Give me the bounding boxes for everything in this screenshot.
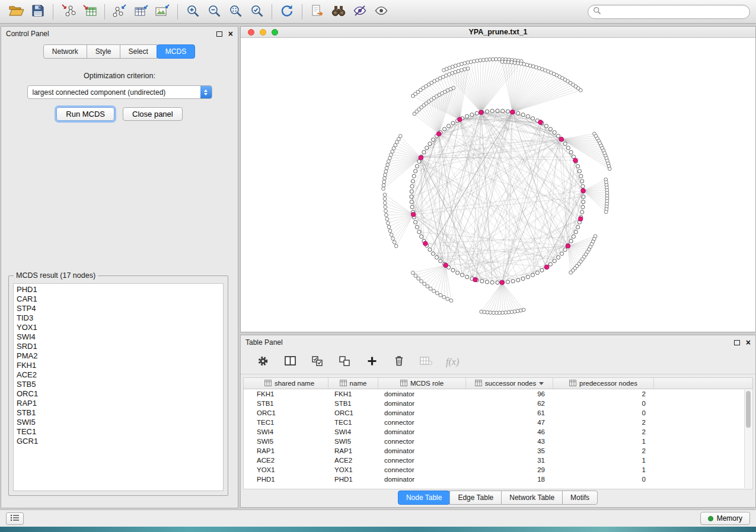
cell-name[interactable]: YOX1: [328, 466, 378, 473]
control-panel-float-button[interactable]: [216, 31, 222, 37]
mcds-result-item[interactable]: FKH1: [17, 361, 223, 370]
cell-shared-name[interactable]: RAP1: [251, 447, 328, 454]
column-header-shared-name[interactable]: shared name: [251, 378, 328, 389]
table-settings-button[interactable]: [255, 354, 270, 370]
table-row[interactable]: YOX1YOX1connector291: [251, 465, 752, 475]
mcds-result-item[interactable]: RAP1: [17, 399, 223, 408]
show-column-button[interactable]: [282, 354, 298, 370]
mcds-result-item[interactable]: SWI5: [17, 418, 223, 427]
cell-name[interactable]: TEC1: [328, 419, 378, 426]
cell-shared-name[interactable]: ORC1: [251, 409, 328, 416]
zoom-fit-button[interactable]: [225, 2, 246, 21]
export-table-button[interactable]: [130, 2, 152, 21]
cell-predecessors[interactable]: 0: [553, 400, 654, 407]
tab-motifs[interactable]: Motifs: [562, 491, 598, 505]
cell-role[interactable]: connector: [378, 466, 466, 473]
cell-predecessors[interactable]: 0: [553, 409, 654, 416]
cell-predecessors[interactable]: 2: [553, 428, 654, 435]
cell-shared-name[interactable]: SWI5: [251, 438, 328, 445]
cell-successors[interactable]: 35: [466, 447, 553, 454]
panel-menu-button[interactable]: [6, 512, 24, 525]
cell-name[interactable]: PHD1: [328, 476, 378, 483]
network-canvas[interactable]: [241, 38, 755, 332]
column-header-name[interactable]: name: [328, 378, 378, 389]
tab-network[interactable]: Network: [43, 44, 87, 59]
function-builder-button[interactable]: f(x): [446, 357, 459, 367]
table-row[interactable]: SWI5SWI5connector431: [251, 437, 752, 446]
delete-column-button[interactable]: [391, 354, 407, 370]
cell-role[interactable]: connector: [378, 438, 466, 445]
share-document-button[interactable]: [307, 2, 328, 21]
tab-node-table[interactable]: Node Table: [398, 491, 451, 505]
mcds-result-item[interactable]: YOX1: [17, 323, 223, 332]
cell-name[interactable]: ACE2: [328, 457, 378, 464]
cell-name[interactable]: ORC1: [328, 409, 378, 416]
cell-shared-name[interactable]: SWI4: [251, 428, 328, 435]
cell-name[interactable]: SWI4: [328, 428, 378, 435]
select-all-button[interactable]: [310, 354, 325, 370]
cell-role[interactable]: dominator: [378, 390, 466, 398]
cell-shared-name[interactable]: FKH1: [251, 390, 328, 398]
mcds-result-item[interactable]: SWI4: [17, 332, 223, 342]
add-column-button[interactable]: [364, 354, 379, 370]
column-header-predecessor-nodes[interactable]: predecessor nodes: [553, 378, 654, 389]
cell-name[interactable]: SWI5: [328, 438, 378, 445]
column-header-mcds-role[interactable]: MCDS role: [378, 378, 466, 389]
table-row[interactable]: SWI4SWI4dominator462: [251, 427, 752, 437]
cell-predecessors[interactable]: 1: [553, 438, 654, 445]
mcds-result-item[interactable]: PMA2: [17, 351, 223, 361]
deselect-all-button[interactable]: [337, 354, 352, 370]
cell-shared-name[interactable]: ACE2: [251, 457, 328, 464]
show-details-button[interactable]: [371, 2, 392, 21]
mcds-result-item[interactable]: STB5: [17, 380, 223, 389]
table-scrollbar[interactable]: [744, 390, 752, 488]
cell-successors[interactable]: 31: [466, 457, 553, 464]
mcds-result-item[interactable]: ACE2: [17, 370, 223, 380]
memory-button[interactable]: Memory: [700, 512, 750, 525]
cell-shared-name[interactable]: STB1: [251, 400, 328, 407]
tab-style[interactable]: Style: [87, 44, 120, 59]
cell-role[interactable]: dominator: [378, 428, 466, 435]
mcds-result-item[interactable]: ORC1: [17, 389, 223, 399]
cell-role[interactable]: connector: [378, 457, 466, 464]
zoom-selected-button[interactable]: [246, 2, 267, 21]
tab-edge-table[interactable]: Edge Table: [449, 491, 502, 505]
table-row[interactable]: RAP1RAP1dominator352: [251, 446, 752, 456]
cell-predecessors[interactable]: 0: [553, 476, 654, 483]
mcds-result-item[interactable]: STP4: [17, 304, 223, 313]
tab-select[interactable]: Select: [120, 44, 157, 59]
search-network-button[interactable]: [328, 2, 349, 21]
cell-shared-name[interactable]: PHD1: [251, 476, 328, 483]
mcds-result-item[interactable]: SRD1: [17, 342, 223, 351]
hide-details-button[interactable]: [349, 2, 371, 21]
run-mcds-button[interactable]: Run MCDS: [56, 107, 114, 121]
mcds-result-item[interactable]: GCR1: [17, 437, 223, 446]
cell-predecessors[interactable]: 1: [553, 457, 654, 464]
cell-successors[interactable]: 29: [466, 466, 553, 473]
table-row[interactable]: TEC1TEC1connector472: [251, 418, 752, 427]
cell-successors[interactable]: 46: [466, 428, 553, 435]
cell-role[interactable]: connector: [378, 419, 466, 426]
mcds-result-item[interactable]: PHD1: [17, 285, 223, 294]
mcds-result-item[interactable]: STB1: [17, 408, 223, 418]
table-panel-float-button[interactable]: [734, 340, 740, 345]
cell-predecessors[interactable]: 2: [553, 390, 654, 398]
mcds-result-item[interactable]: TID3: [17, 313, 223, 323]
table-row[interactable]: STB1STB1dominator620: [251, 399, 752, 408]
cell-successors[interactable]: 43: [466, 438, 553, 445]
mcds-result-item[interactable]: CAR1: [17, 294, 223, 304]
table-panel-close-button[interactable]: ×: [746, 339, 751, 345]
cell-role[interactable]: dominator: [378, 447, 466, 454]
mcds-close-panel-button[interactable]: Close panel: [123, 107, 183, 121]
mcds-result-item[interactable]: TEC1: [17, 427, 223, 437]
cell-name[interactable]: STB1: [328, 400, 378, 407]
zoom-out-button[interactable]: [203, 2, 225, 21]
open-file-button[interactable]: [6, 2, 27, 21]
criterion-select[interactable]: largest connected component (undirected): [27, 85, 212, 99]
table-row[interactable]: ACE2ACE2connector311: [251, 456, 752, 465]
column-header-successor-nodes[interactable]: successor nodes: [466, 378, 553, 389]
import-table-button[interactable]: [79, 2, 100, 21]
cell-successors[interactable]: 61: [466, 409, 553, 416]
cell-shared-name[interactable]: TEC1: [251, 419, 328, 426]
tab-network-table[interactable]: Network Table: [501, 491, 563, 505]
